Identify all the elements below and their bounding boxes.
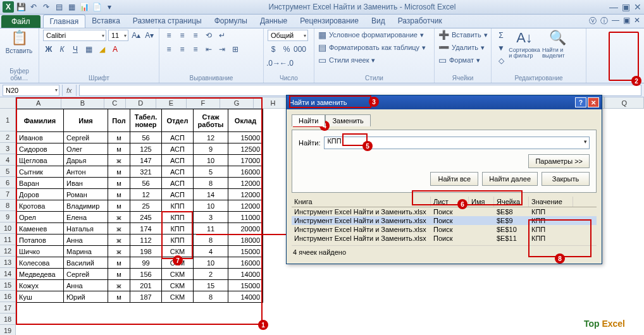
redo-icon[interactable]: ↷ (40, 1, 52, 13)
dialog-close-icon[interactable]: ✕ (588, 97, 599, 107)
cell-styles-button[interactable]: ▭Стили ячеек ▾ (318, 55, 375, 65)
label: Формат (449, 56, 474, 64)
row-header[interactable]: 5 (0, 166, 16, 177)
row-header[interactable]: 17 (0, 302, 16, 314)
align-left-icon[interactable]: ≡ (163, 44, 175, 55)
format-cells-button[interactable]: ▭Формат ▾ (438, 55, 480, 65)
minimize-icon[interactable]: — (609, 2, 618, 12)
font-size-combo[interactable]: 11 (108, 30, 128, 41)
border-icon[interactable]: ▦ (83, 44, 94, 55)
italic-icon[interactable]: К (56, 44, 68, 55)
dialog-help-icon[interactable]: ? (575, 97, 586, 107)
maximize-icon[interactable]: ▣ (622, 2, 630, 12)
wrap-text-icon[interactable]: ↵ (216, 30, 228, 41)
indent-inc-icon[interactable]: ⇥ (216, 44, 228, 55)
qat-icon[interactable]: 📊 (78, 1, 90, 13)
merge-icon[interactable]: ⊞ (230, 44, 241, 55)
underline-icon[interactable]: Ч (70, 44, 81, 55)
tab-find[interactable]: Найти (292, 114, 325, 126)
close-button[interactable]: Закрыть (542, 172, 590, 186)
row-header[interactable]: 10 (0, 222, 16, 234)
dec-decimal-icon[interactable]: ←.0 (281, 58, 292, 69)
row-header[interactable]: 4 (0, 154, 16, 166)
font-color-icon[interactable]: A (109, 44, 121, 55)
fx-icon[interactable]: fx (62, 85, 77, 96)
qat-icon[interactable]: 📄 (91, 1, 102, 13)
ribbon-tab[interactable]: Рецензирование (294, 15, 365, 28)
qat-icon[interactable]: ▦ (66, 1, 77, 13)
align-mid-icon[interactable]: ≡ (176, 30, 188, 41)
row-header[interactable]: 11 (0, 234, 16, 245)
ribbon-tab[interactable]: Главная (43, 15, 86, 28)
ribbon-tab[interactable]: Формулы (208, 15, 254, 28)
find-select-button[interactable]: 🔍 Найти и выделит (542, 30, 573, 59)
number-format-combo[interactable]: Общий (268, 30, 308, 41)
column-header[interactable]: Q (605, 97, 644, 109)
format-table-button[interactable]: ▤Форматировать как таблицу ▾ (318, 42, 426, 52)
result-row[interactable]: Инструмент Excel Найти и Заменить.xlsxПо… (292, 207, 597, 216)
indent-dec-icon[interactable]: ⇤ (203, 44, 214, 55)
ribbon-tab[interactable]: Разработчик (392, 15, 449, 28)
row-header[interactable]: 9 (0, 211, 16, 222)
undo-icon[interactable]: ↶ (28, 1, 39, 13)
excel-icon[interactable]: X (3, 1, 14, 13)
ribbon-tab[interactable]: Разметка страницы (127, 15, 208, 28)
font-name-combo[interactable]: Calibri (43, 30, 106, 41)
delete-cells-button[interactable]: ➖Удалить ▾ (438, 42, 485, 52)
row-header[interactable]: 1 (0, 109, 16, 131)
row-header[interactable]: 2 (0, 131, 16, 143)
align-center-icon[interactable]: ≡ (176, 44, 188, 55)
tab-replace[interactable]: Заменить (325, 114, 370, 126)
row-header[interactable]: 18 (0, 314, 16, 325)
inc-decimal-icon[interactable]: .0→ (268, 58, 279, 69)
wnd-close-icon[interactable]: ✕ (634, 16, 640, 27)
align-right-icon[interactable]: ≡ (190, 44, 201, 55)
label: Найти и выделит (542, 47, 573, 59)
align-bot-icon[interactable]: ≡ (190, 30, 201, 41)
qat-dropdown-icon[interactable]: ▾ (104, 1, 115, 13)
row-header[interactable]: 13 (0, 257, 16, 268)
paste-button[interactable]: 📋 Вставить (4, 30, 34, 54)
row-header[interactable]: 15 (0, 279, 16, 291)
align-top-icon[interactable]: ≡ (163, 30, 175, 41)
save-icon[interactable]: 💾 (15, 1, 27, 13)
percent-icon[interactable]: % (281, 44, 292, 55)
bold-icon[interactable]: Ж (43, 44, 54, 55)
ribbon-tab[interactable]: Данные (254, 15, 294, 28)
row-header[interactable]: 19 (0, 325, 16, 335)
params-button[interactable]: Параметры >> (528, 154, 590, 168)
row-header[interactable]: 12 (0, 245, 16, 257)
select-all-corner[interactable] (0, 97, 16, 109)
ribbon-tab[interactable]: Вставка (85, 15, 127, 28)
row-header[interactable]: 3 (0, 143, 16, 154)
insert-cells-button[interactable]: ➕Вставить ▾ (438, 30, 488, 40)
find-next-button[interactable]: Найти далее (482, 172, 538, 186)
row-header[interactable]: 6 (0, 177, 16, 188)
help-icon[interactable]: ⓘ (600, 16, 608, 27)
currency-icon[interactable]: $ (268, 44, 279, 55)
file-tab[interactable]: Файл (1, 15, 40, 28)
clear-icon[interactable]: ◇ (495, 55, 507, 66)
orientation-icon[interactable]: ⟲ (203, 30, 214, 41)
minimize-ribbon-icon[interactable]: ⓥ (589, 16, 597, 27)
name-box[interactable]: N20 (3, 85, 59, 96)
wnd-restore-icon[interactable]: ▣ (623, 16, 630, 27)
close-icon[interactable]: ✕ (634, 2, 641, 12)
decrease-font-icon[interactable]: A▾ (144, 30, 155, 41)
row-header[interactable]: 8 (0, 200, 16, 211)
row-header[interactable]: 7 (0, 188, 16, 200)
sort-filter-button[interactable]: A↓ Сортировка и фильтр (509, 30, 540, 59)
qat-icon[interactable]: ▤ (53, 1, 65, 13)
comma-icon[interactable]: 000 (294, 44, 306, 55)
wnd-min-icon[interactable]: — (612, 16, 619, 27)
formula-input[interactable] (79, 85, 641, 96)
row-header[interactable]: 14 (0, 268, 16, 279)
ribbon-tab[interactable]: Вид (365, 15, 392, 28)
find-all-button[interactable]: Найти все (430, 172, 478, 186)
increase-font-icon[interactable]: A▴ (130, 30, 142, 41)
row-header[interactable]: 16 (0, 291, 16, 302)
fill-color-icon[interactable]: ◢ (96, 44, 108, 55)
autosum-icon[interactable]: Σ (495, 30, 507, 41)
conditional-format-button[interactable]: ▦Условное форматирование ▾ (318, 30, 424, 40)
fill-icon[interactable]: ▼ (495, 42, 507, 54)
